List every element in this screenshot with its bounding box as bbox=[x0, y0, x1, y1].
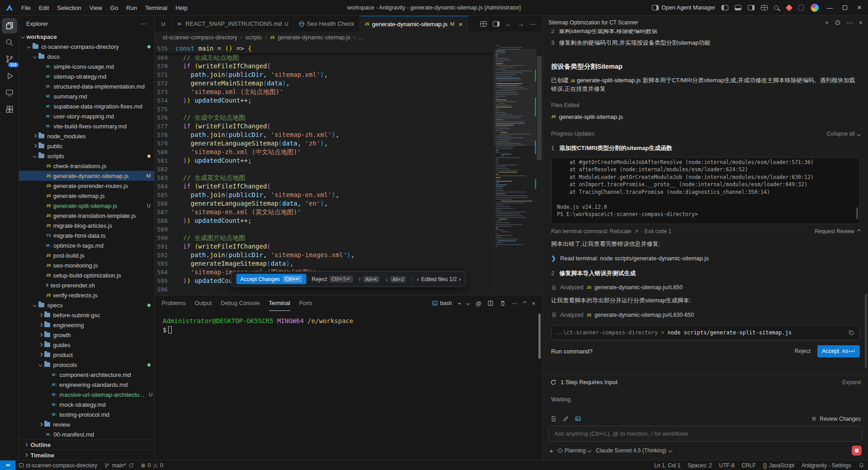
toggle-sidebar-icon[interactable] bbox=[722, 5, 728, 10]
code-line-582[interactable]: 582 bbox=[155, 165, 493, 174]
folder-node_modules[interactable]: node_modules bbox=[19, 131, 154, 141]
minimize-button[interactable]: — bbox=[825, 5, 835, 11]
code-line-570[interactable]: 570 if (writeFileIfChanged( bbox=[155, 62, 493, 70]
menu-go[interactable]: Go bbox=[106, 0, 122, 16]
files-edited-item[interactable]: JSgenerate-split-sitemap.js bbox=[551, 113, 860, 122]
prev-file-icon[interactable]: ‹ bbox=[417, 276, 419, 282]
panel-tab-ports[interactable]: Ports bbox=[299, 296, 312, 311]
menu-edit[interactable]: Edit bbox=[35, 0, 53, 16]
request-review-button[interactable]: Request Review bbox=[815, 227, 860, 235]
forward-icon[interactable]: → bbox=[518, 20, 524, 28]
scrollbar-thumb[interactable] bbox=[537, 56, 542, 160]
file-vite-build-fixes-summary.md[interactable]: M↓vite-build-fixes-summary.md bbox=[19, 121, 154, 131]
agent-more-icon[interactable]: ⋯ bbox=[847, 19, 853, 26]
expand-button[interactable]: Expand bbox=[842, 379, 861, 385]
close-tab-icon[interactable]: × bbox=[458, 20, 462, 28]
code-line-576[interactable]: 576 // 生成中文站点地图 bbox=[155, 113, 493, 122]
file-optimize-h-tags.md[interactable]: M↓optimize-h-tags.md bbox=[19, 240, 154, 250]
terminal[interactable]: Administrator@DESKTOP-GK5SCR5 MINGW64 /e… bbox=[155, 311, 542, 460]
file-supabase-data-migration-fixes.md[interactable]: M↓supabase-data-migration-fixes.md bbox=[19, 101, 154, 111]
breadcrumb-item[interactable]: scripts bbox=[245, 34, 262, 41]
folder-engineering[interactable]: engineering bbox=[19, 320, 154, 330]
agent-input[interactable] bbox=[548, 426, 863, 442]
file-generate-dynamic-sitemap.js[interactable]: JSgenerate-dynamic-sitemap.jsM bbox=[19, 171, 154, 181]
avatar[interactable] bbox=[811, 4, 819, 12]
workspace-status-item[interactable]: ct-scanner-compass-directory bbox=[15, 461, 101, 470]
file-component-architecture.md[interactable]: M↓component-architecture.md bbox=[19, 370, 154, 380]
encoding-item[interactable]: UTF-8 bbox=[716, 461, 738, 470]
extensions-activity-icon[interactable] bbox=[2, 102, 17, 117]
folder-before-submit-gsc[interactable]: before-submit-gsc bbox=[19, 310, 154, 320]
code-line-585[interactable]: 585 path.join(publicDir, 'sitemap-en.xml… bbox=[155, 191, 493, 199]
code-line-586[interactable]: 586 generateLanguageSitemap(data, 'en'), bbox=[155, 199, 493, 208]
collapse-all-button[interactable]: Collapse all bbox=[826, 130, 854, 138]
menu-view[interactable]: View bbox=[85, 0, 106, 16]
file-mock-strategy.md[interactable]: M↓mock-strategy.md bbox=[19, 400, 154, 409]
gem-icon[interactable] bbox=[786, 4, 793, 11]
file-setup-build-optimization.js[interactable]: JSsetup-build-optimization.js bbox=[19, 270, 154, 280]
back-icon[interactable]: ← bbox=[505, 20, 512, 28]
analyzed-row-1[interactable]: Analyzed JS generate-dynamic-sitemap.js#… bbox=[551, 283, 860, 292]
open-changes-icon[interactable] bbox=[493, 21, 500, 27]
agent-scrollbar-thumb[interactable] bbox=[865, 294, 867, 368]
breadcrumb-item[interactable]: ct-scanner-compass-directory bbox=[163, 34, 237, 41]
code-line-572[interactable]: 572 generateMainSitemap(data), bbox=[155, 79, 493, 88]
remote-explorer-activity-icon[interactable] bbox=[2, 85, 17, 100]
code-line-592[interactable]: 592 path.join(publicDir, 'sitemap-images… bbox=[155, 251, 493, 259]
folder-public[interactable]: public bbox=[19, 141, 154, 151]
customize-layout-icon[interactable] bbox=[761, 5, 768, 10]
new-conversation-icon[interactable]: + bbox=[825, 19, 829, 26]
open-agent-manager-button[interactable]: Open Agent Manager bbox=[652, 5, 715, 11]
copy-icon[interactable] bbox=[848, 329, 854, 336]
folder-growth[interactable]: growth bbox=[19, 330, 154, 340]
folder-review[interactable]: review bbox=[19, 419, 154, 429]
file-generate-prerender-routes.js[interactable]: JSgenerate-prerender-routes.js bbox=[19, 181, 154, 191]
edit-note-icon[interactable] bbox=[562, 415, 569, 422]
branch-status-item[interactable]: main* bbox=[101, 461, 137, 470]
plan-item[interactable]: 2重构sitemap生成脚本,移除硬编码数据 bbox=[551, 29, 860, 37]
terminal-dropdown-icon[interactable] bbox=[467, 301, 470, 305]
code-line-583[interactable]: 583 // 生成英文站点地图 bbox=[155, 174, 493, 182]
review-changes-button[interactable]: Review Changes bbox=[811, 416, 861, 422]
file-check-translations.js[interactable]: JScheck-translations.js bbox=[19, 161, 154, 171]
explorer-activity-icon[interactable] bbox=[2, 18, 17, 33]
cursor-position-item[interactable]: Ln 1, Col 1 bbox=[651, 461, 684, 470]
file-post-build.js[interactable]: JSpost-build.js bbox=[19, 250, 154, 260]
language-item[interactable]: {}JavaScript bbox=[760, 461, 798, 470]
file-migrate-blog-articles.js[interactable]: JSmigrate-blog-articles.js bbox=[19, 221, 154, 230]
shell-selector[interactable]: bash bbox=[432, 300, 452, 306]
file-massive-url-sitemap-architectu...[interactable]: M↓massive-url-sitemap-architectu...U bbox=[19, 390, 154, 400]
settings-item[interactable]: Antigravity - Settings bbox=[798, 461, 855, 470]
code-line-589[interactable]: 589 bbox=[155, 225, 493, 234]
toggle-secondary-sidebar-icon[interactable] bbox=[748, 5, 755, 10]
next-change-button[interactable]: ↓Alt+J bbox=[385, 276, 406, 282]
file-generate-sitemap.js[interactable]: JSgenerate-sitemap.js bbox=[19, 191, 154, 201]
code-line-575[interactable]: 575 bbox=[155, 105, 493, 113]
explorer-more-icon[interactable]: ⋯ bbox=[141, 20, 147, 27]
mode-selector[interactable]: Planning bbox=[558, 447, 591, 454]
terminal-output-block[interactable]: at #getOrCreateModuleJobAfterResolve (no… bbox=[551, 157, 860, 224]
add-context-icon[interactable]: + bbox=[549, 447, 553, 455]
sticky-line[interactable]: 535const main = () => { bbox=[155, 43, 493, 53]
proposed-command-box[interactable]: ..\ct-scanner-compass-directory > node s… bbox=[551, 325, 860, 340]
menu-selection[interactable]: Selection bbox=[53, 0, 85, 16]
menu-help[interactable]: Help bbox=[171, 0, 192, 16]
code-line-591[interactable]: 591 if (writeFileIfChanged( bbox=[155, 242, 493, 251]
read-terminal-row[interactable]: ❯Read terminal: node scripts/generate-dy… bbox=[551, 254, 860, 263]
agent-close-icon[interactable]: × bbox=[859, 19, 863, 26]
file-seo-monitoring.js[interactable]: JSseo-monitoring.js bbox=[19, 260, 154, 270]
reject-command-button[interactable]: Reject bbox=[795, 347, 811, 356]
file-engineering-standards.md[interactable]: M↓engineering-standards.md bbox=[19, 380, 154, 390]
code-line-590[interactable]: 590 // 生成图片站点地图 bbox=[155, 234, 493, 242]
file-user-story-mapping.md[interactable]: M↓user-story-mapping.md bbox=[19, 111, 154, 121]
problems-status-item[interactable]: ⊗0⚠0 bbox=[137, 461, 167, 470]
code-line-581[interactable]: 581 )) updatedCount++; bbox=[155, 156, 493, 165]
folder-docs[interactable]: docs bbox=[19, 52, 154, 61]
block-scrollbar-thumb[interactable] bbox=[856, 207, 858, 219]
file-testing-protocol.md[interactable]: M↓testing-protocol.md bbox=[19, 409, 154, 419]
reject-changes-button[interactable]: RejectCtrl+⇧↵ bbox=[311, 276, 353, 282]
terminal-scrollbar-thumb[interactable] bbox=[538, 314, 541, 359]
folder-scripts[interactable]: scripts bbox=[19, 151, 154, 161]
image-icon[interactable] bbox=[575, 415, 581, 422]
folder-protocols[interactable]: protocols bbox=[19, 360, 154, 370]
